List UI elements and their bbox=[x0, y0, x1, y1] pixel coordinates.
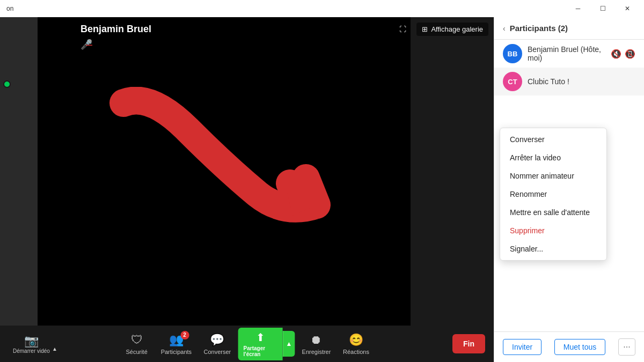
restore-button[interactable]: ☐ bbox=[590, 0, 615, 17]
participant-icons-bb: 🔇 📵 bbox=[611, 49, 635, 59]
close-button[interactable]: ✕ bbox=[615, 0, 640, 17]
chat-icon: 💬 bbox=[210, 333, 224, 347]
reactions-label: Réactions bbox=[343, 349, 369, 355]
context-menu-stop-video[interactable]: Arrêter la video bbox=[500, 149, 606, 167]
record-button[interactable]: ⏺ Enregistrer bbox=[297, 330, 335, 358]
panel-header-left: ‹ Participants (2) bbox=[503, 24, 568, 33]
context-menu: Converser Arrêter la video Nommer animat… bbox=[500, 128, 607, 261]
share-screen-caret[interactable]: ▲ bbox=[282, 331, 295, 357]
video-participant-name: Benjamin Bruel bbox=[80, 24, 151, 35]
mic-muted-icon-bb: 🔇 bbox=[611, 49, 621, 59]
video-caret[interactable]: ▲ bbox=[52, 346, 57, 352]
share-screen-group: ⬆ Partager l'écran ▲ bbox=[238, 328, 295, 360]
share-screen-icon: ⬆ bbox=[256, 331, 265, 344]
video-off-icon-bb: 📵 bbox=[625, 49, 635, 59]
video-button[interactable]: 📷 Démarrer vidéo bbox=[9, 332, 54, 356]
gallery-view-button[interactable]: ⊞ Affichage galerie bbox=[416, 23, 488, 36]
fullscreen-button[interactable]: ⛶ bbox=[395, 23, 411, 36]
context-menu-rename[interactable]: Renommer bbox=[500, 185, 606, 203]
toolbar-left: 📷 Démarrer vidéo ▲ bbox=[9, 332, 57, 356]
app-name: on bbox=[4, 5, 13, 12]
participant-name-bb: Benjamin Bruel (Hôte, moi) bbox=[528, 45, 605, 62]
panel-title: Participants (2) bbox=[510, 24, 568, 33]
panel-bottom: Inviter Muet tous ··· bbox=[494, 331, 644, 362]
mic-off-icon: 🎤̶ bbox=[80, 39, 92, 50]
status-dot bbox=[3, 80, 11, 88]
gallery-label: Affichage galerie bbox=[431, 25, 483, 33]
avatar-bb: BB bbox=[503, 44, 522, 63]
security-button[interactable]: 🛡 Sécurité bbox=[120, 330, 154, 358]
toolbar-center: 🛡 Sécurité 👥 Participants 2 💬 Converser bbox=[120, 328, 375, 360]
security-label: Sécurité bbox=[126, 349, 147, 355]
mute-all-button[interactable]: Muet tous bbox=[554, 339, 605, 355]
gallery-icon: ⊞ bbox=[422, 25, 428, 33]
toolbar: 📷 Démarrer vidéo ▲ 🛡 Sécurité 👥 Particip… bbox=[0, 326, 494, 362]
record-label: Enregistrer bbox=[302, 349, 331, 355]
share-screen-button[interactable]: ⬆ Partager l'écran bbox=[238, 328, 283, 360]
minimize-button[interactable]: ─ bbox=[566, 0, 590, 17]
avatar-ct: CT bbox=[503, 72, 522, 91]
share-screen-label: Partager l'écran bbox=[244, 345, 277, 357]
title-bar: on ─ ☐ ✕ bbox=[0, 0, 644, 17]
security-icon: 🛡 bbox=[131, 333, 143, 347]
participants-badge: 2 bbox=[180, 331, 189, 339]
participant-item-ct[interactable]: CT Clubic Tuto ! Converser Arrêter la vi… bbox=[494, 68, 644, 95]
video-area: Benjamin Bruel 🎤̶ ⊞ Affichage galerie ⛶ … bbox=[0, 17, 494, 362]
side-strip bbox=[0, 17, 38, 358]
video-label: Démarrer vidéo bbox=[13, 348, 50, 354]
context-menu-report[interactable]: Signaler... bbox=[500, 240, 606, 258]
participants-label: Participants bbox=[161, 349, 192, 355]
reactions-button[interactable]: 😊 Réactions bbox=[338, 330, 375, 358]
participants-panel: ‹ Participants (2) BB Benjamin Bruel (Hô… bbox=[494, 17, 644, 362]
invite-button[interactable]: Inviter bbox=[503, 339, 541, 355]
avatar-bb-initials: BB bbox=[508, 50, 518, 58]
panel-chevron-icon[interactable]: ‹ bbox=[503, 24, 506, 33]
participant-name-ct: Clubic Tuto ! bbox=[528, 77, 635, 86]
main-content: Benjamin Bruel 🎤̶ ⊞ Affichage galerie ⛶ … bbox=[0, 17, 644, 362]
context-menu-waiting-room[interactable]: Mettre en salle d'attente bbox=[500, 203, 606, 221]
record-icon: ⏺ bbox=[310, 333, 322, 347]
more-options-button[interactable]: ··· bbox=[618, 338, 635, 356]
end-meeting-button[interactable]: Fin bbox=[452, 334, 485, 353]
chat-label: Converser bbox=[203, 349, 231, 355]
chat-button[interactable]: 💬 Converser bbox=[199, 330, 236, 358]
participant-item-bb[interactable]: BB Benjamin Bruel (Hôte, moi) 🔇 📵 bbox=[494, 40, 644, 68]
context-menu-make-host[interactable]: Nommer animateur bbox=[500, 167, 606, 185]
reactions-icon: 😊 bbox=[349, 333, 363, 347]
context-menu-remove[interactable]: Supprimer bbox=[500, 221, 606, 240]
video-icon: 📷 bbox=[24, 334, 39, 348]
participants-button[interactable]: 👥 Participants 2 bbox=[156, 330, 197, 358]
panel-header: ‹ Participants (2) bbox=[494, 17, 644, 40]
context-menu-converser[interactable]: Converser bbox=[500, 130, 606, 149]
window-controls: ─ ☐ ✕ bbox=[566, 0, 640, 17]
avatar-ct-initials: CT bbox=[508, 78, 517, 86]
main-video-tile: Benjamin Bruel 🎤̶ bbox=[38, 17, 411, 358]
